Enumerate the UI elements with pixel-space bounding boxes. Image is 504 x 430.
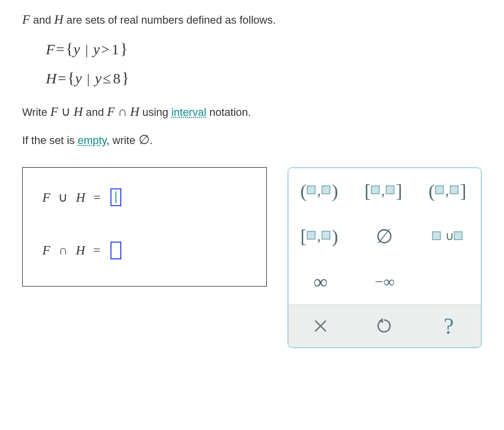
set-def-F: F={y | y>1} (46, 40, 482, 58)
empty-link[interactable]: empty (78, 134, 107, 146)
instruction-line-1: Write F ∪ H and F ∩ H using interval not… (22, 102, 482, 121)
svg-text:]: ] (396, 180, 402, 201)
empty-set-icon: ∅ (376, 225, 393, 248)
svg-text:(: ( (429, 180, 435, 202)
answer-label-union: F ∪ H = (42, 190, 104, 205)
answer-row-union: F ∪ H = (42, 188, 247, 206)
answer-label-intersection: F ∩ H = (42, 243, 104, 258)
svg-text:,: , (445, 182, 449, 198)
svg-text:): ) (332, 226, 338, 247)
keypad-undo[interactable] (353, 305, 417, 347)
keypad-open-closed[interactable]: ( , ] (417, 168, 481, 214)
text-rest: are sets of real numbers defined as foll… (64, 14, 276, 26)
keypad-blank (417, 259, 481, 304)
svg-text:[: [ (300, 226, 307, 247)
svg-rect-20 (432, 232, 440, 240)
answer-row-intersection: F ∩ H = (42, 242, 247, 259)
keypad-closed-open[interactable]: [ , ) (288, 214, 353, 259)
svg-rect-6 (371, 186, 379, 194)
intersection-input[interactable] (110, 242, 121, 259)
var-H: H (54, 12, 64, 27)
svg-rect-3 (322, 186, 330, 194)
undo-icon (376, 317, 394, 335)
keypad-closed-closed[interactable]: [ , ] (353, 168, 417, 214)
svg-rect-11 (435, 186, 443, 194)
set-definitions: F={y | y>1} H={y | y≤8} (46, 40, 482, 87)
svg-text:]: ] (460, 180, 467, 201)
union-input[interactable] (110, 188, 121, 206)
svg-rect-22 (454, 232, 462, 240)
infinity-icon: ∞ (314, 270, 328, 293)
svg-text:,: , (317, 182, 321, 198)
keypad: ( , ) [ , ] ( (288, 167, 482, 348)
svg-text:[: [ (364, 180, 371, 201)
keypad-clear[interactable] (288, 305, 353, 347)
interval-link[interactable]: interval (171, 106, 206, 118)
prompt-line-1: F and H are sets of real numbers defined… (22, 10, 482, 29)
set-def-H: H={y | y≤8} (46, 69, 482, 87)
svg-rect-18 (322, 231, 330, 239)
close-icon (312, 317, 329, 335)
svg-text:,: , (381, 182, 385, 198)
keypad-empty-set[interactable]: ∅ (353, 214, 417, 259)
svg-rect-16 (307, 231, 315, 239)
svg-text:,: , (317, 227, 321, 244)
answer-box: F ∪ H = F ∩ H = (22, 167, 267, 287)
keypad-open-open[interactable]: ( , ) (288, 168, 353, 214)
var-F: F (22, 12, 30, 27)
instruction-line-2: If the set is empty, write ∅. (22, 130, 482, 149)
svg-text:): ) (332, 180, 338, 202)
svg-rect-1 (307, 186, 315, 194)
svg-text:∪: ∪ (445, 230, 454, 243)
keypad-neg-infinity[interactable]: −∞ (353, 259, 417, 304)
keypad-infinity[interactable]: ∞ (288, 259, 353, 304)
svg-rect-8 (386, 186, 394, 194)
help-icon: ? (444, 313, 454, 339)
text-and: and (30, 14, 54, 26)
neg-infinity-icon: −∞ (375, 273, 395, 291)
keypad-union[interactable]: ∪ (417, 214, 481, 259)
svg-rect-13 (450, 186, 458, 194)
keypad-help[interactable]: ? (417, 305, 481, 347)
svg-text:(: ( (300, 180, 307, 202)
